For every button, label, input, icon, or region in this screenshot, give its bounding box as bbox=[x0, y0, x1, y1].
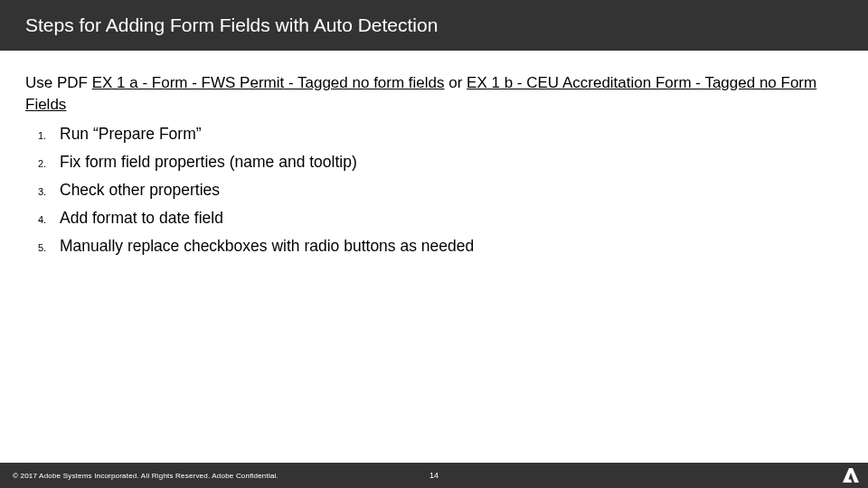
step-number: 1. bbox=[38, 130, 60, 141]
slide-footer: © 2017 Adobe Systems Incorporated. All R… bbox=[0, 463, 868, 488]
list-item: 4. Add format to date field bbox=[38, 209, 843, 228]
intro-link-1[interactable]: EX 1 a - Form - FWS Permit - Tagged no f… bbox=[92, 74, 445, 91]
slide-body: Use PDF EX 1 a - Form - FWS Permit - Tag… bbox=[0, 51, 868, 256]
step-number: 3. bbox=[38, 186, 60, 197]
step-text: Fix form field properties (name and tool… bbox=[60, 153, 357, 172]
list-item: 2. Fix form field properties (name and t… bbox=[38, 153, 843, 172]
step-number: 5. bbox=[38, 242, 60, 253]
list-item: 1. Run “Prepare Form” bbox=[38, 125, 843, 144]
step-text: Check other properties bbox=[60, 181, 220, 200]
adobe-logo-icon bbox=[843, 468, 859, 483]
list-item: 5. Manually replace checkboxes with radi… bbox=[38, 237, 843, 256]
step-text: Add format to date field bbox=[60, 209, 223, 228]
step-text: Run “Prepare Form” bbox=[60, 125, 202, 144]
footer-page-number: 14 bbox=[429, 471, 439, 480]
intro-prefix: Use PDF bbox=[25, 74, 92, 91]
slide-header: Steps for Adding Form Fields with Auto D… bbox=[0, 0, 868, 51]
intro-paragraph: Use PDF EX 1 a - Form - FWS Permit - Tag… bbox=[25, 72, 843, 116]
steps-list: 1. Run “Prepare Form” 2. Fix form field … bbox=[25, 125, 843, 256]
intro-mid: or bbox=[445, 74, 467, 91]
slide-title: Steps for Adding Form Fields with Auto D… bbox=[25, 14, 438, 36]
step-text: Manually replace checkboxes with radio b… bbox=[60, 237, 474, 256]
footer-copyright: © 2017 Adobe Systems Incorporated. All R… bbox=[0, 472, 278, 480]
step-number: 4. bbox=[38, 214, 60, 225]
list-item: 3. Check other properties bbox=[38, 181, 843, 200]
step-number: 2. bbox=[38, 158, 60, 169]
